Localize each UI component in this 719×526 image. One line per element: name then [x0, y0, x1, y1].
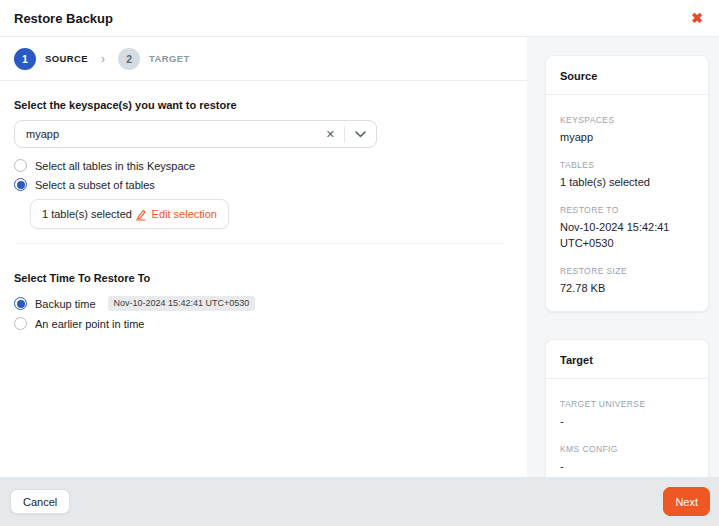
radio-all-tables-label: Select all tables in this Keyspace [35, 160, 195, 172]
source-field-keyspaces: KEYSPACES myapp [560, 115, 694, 146]
modal-body: 1 SOURCE › 2 TARGET Select the keyspace(… [0, 37, 719, 477]
radio-earlier-point[interactable]: An earlier point in time [14, 317, 513, 330]
radio-subset-tables-control[interactable] [14, 178, 27, 191]
keyspace-field-label: Select the keyspace(s) you want to resto… [14, 99, 513, 111]
target-card-fields: TARGET UNIVERSE - KMS CONFIG - [546, 379, 708, 477]
time-field-label: Select Time To Restore To [14, 272, 513, 284]
keyspace-select-value: myapp [15, 128, 317, 140]
source-card-fields: KEYSPACES myapp TABLES 1 table(s) select… [546, 95, 708, 311]
radio-all-tables[interactable]: Select all tables in this Keyspace [14, 159, 513, 172]
keyspace-select[interactable]: myapp ✕ [14, 120, 377, 148]
source-field-restore-size: RESTORE SIZE 72.78 KB [560, 266, 694, 297]
edit-selection-label: Edit selection [152, 208, 217, 220]
radio-all-tables-control[interactable] [14, 159, 27, 172]
step-2-circle: 2 [118, 48, 140, 70]
target-field-universe: TARGET UNIVERSE - [560, 399, 694, 430]
cancel-button[interactable]: Cancel [10, 489, 70, 514]
source-field-restore-to: RESTORE TO Nov-10-2024 15:42:41 UTC+0530 [560, 205, 694, 252]
backup-time-badge: Nov-10-2024 15:42:41 UTC+0530 [108, 296, 256, 311]
table-selection-summary: 1 table(s) selected Edit selection [30, 199, 229, 229]
radio-earlier-point-control[interactable] [14, 317, 27, 330]
stepper: 1 SOURCE › 2 TARGET [0, 37, 527, 81]
radio-backup-time[interactable]: Backup time Nov-10-2024 15:42:41 UTC+053… [14, 296, 513, 311]
radio-subset-tables[interactable]: Select a subset of tables [14, 178, 513, 191]
source-summary-card: Source KEYSPACES myapp TABLES 1 table(s)… [545, 55, 709, 312]
target-card-title: Target [546, 340, 708, 379]
form-area: Select the keyspace(s) you want to resto… [0, 81, 527, 330]
source-field-tables: TABLES 1 table(s) selected [560, 160, 694, 191]
section-divider [15, 243, 505, 244]
time-section: Select Time To Restore To Backup time No… [14, 272, 513, 330]
step-1-circle: 1 [14, 48, 36, 70]
selection-count: 1 table(s) selected [42, 208, 132, 220]
edit-selection-button[interactable]: Edit selection [134, 208, 217, 221]
radio-subset-tables-label: Select a subset of tables [35, 179, 155, 191]
chevron-down-icon[interactable] [345, 131, 376, 138]
target-summary-card: Target TARGET UNIVERSE - KMS CONFIG - [545, 339, 709, 477]
pencil-icon [134, 208, 147, 221]
restore-backup-modal: Restore Backup ✖ 1 SOURCE › 2 TARGET Sel… [0, 0, 719, 526]
modal-footer: Cancel Next [0, 477, 719, 526]
radio-earlier-point-label: An earlier point in time [35, 318, 144, 330]
summary-sidebar: Source KEYSPACES myapp TABLES 1 table(s)… [527, 37, 719, 477]
main-column: 1 SOURCE › 2 TARGET Select the keyspace(… [0, 37, 527, 477]
step-1-label: SOURCE [45, 53, 88, 64]
target-field-kms: KMS CONFIG - [560, 444, 694, 475]
chevron-right-icon: › [101, 52, 105, 66]
source-card-title: Source [546, 56, 708, 95]
modal-header: Restore Backup ✖ [0, 0, 719, 37]
step-2-label: TARGET [149, 53, 190, 64]
clear-icon[interactable]: ✕ [317, 128, 344, 141]
page-title: Restore Backup [14, 11, 113, 26]
close-icon[interactable]: ✖ [691, 11, 703, 25]
radio-backup-time-control[interactable] [14, 297, 27, 310]
next-button[interactable]: Next [663, 487, 710, 516]
radio-backup-time-label: Backup time [35, 298, 96, 310]
